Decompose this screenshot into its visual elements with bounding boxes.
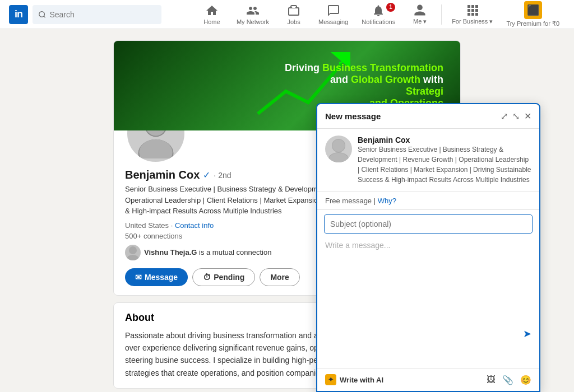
- forbusiness-label: For Business ▾: [452, 18, 493, 25]
- degree-badge: · 2nd: [214, 171, 231, 180]
- notifications-icon: [372, 4, 385, 17]
- pending-button[interactable]: ⏱ Pending: [192, 268, 255, 286]
- nav-items: Home My Network Jobs Messaging 1 Notific…: [195, 0, 565, 30]
- minimize-icon[interactable]: ⤢: [501, 111, 508, 122]
- svg-point-25: [332, 139, 345, 152]
- nav-item-network[interactable]: My Network: [231, 2, 275, 27]
- nav-item-me[interactable]: Me ▾: [403, 1, 437, 27]
- msg-recipient: Benjamin Cox Senior Business Executive |…: [317, 129, 539, 192]
- msg-body[interactable]: Write a message...: [317, 234, 539, 368]
- write-ai-label: Write with AI: [340, 376, 383, 384]
- nav-item-home[interactable]: Home: [195, 2, 229, 27]
- nav-item-notifications[interactable]: 1 Notifications: [356, 2, 401, 27]
- jobs-label: Jobs: [287, 18, 300, 25]
- send-button[interactable]: ➤: [523, 328, 531, 340]
- svg-point-0: [39, 11, 45, 17]
- search-bar[interactable]: [33, 5, 161, 24]
- svg-rect-4: [475, 5, 478, 8]
- write-with-ai-button[interactable]: ✦ Write with AI: [325, 374, 383, 385]
- ai-icon: ✦: [325, 374, 336, 385]
- premium-icon: ⬛: [524, 1, 542, 19]
- svg-rect-10: [475, 13, 478, 16]
- svg-rect-5: [467, 9, 470, 12]
- svg-line-1: [44, 16, 45, 17]
- msg-footer-icons: 🖼 📎 😊: [487, 375, 531, 385]
- messaging-label: Messaging: [318, 18, 348, 25]
- send-icon: ✉: [135, 273, 142, 282]
- svg-rect-2: [467, 5, 470, 8]
- verified-icon: ✓: [203, 170, 210, 180]
- messaging-icon: [327, 4, 340, 17]
- notification-badge: 1: [386, 3, 395, 12]
- msg-footer: ✦ Write with AI 🖼 📎 😊: [317, 368, 539, 391]
- me-icon: [413, 3, 427, 17]
- contact-info-link[interactable]: Contact info: [175, 221, 214, 230]
- svg-point-21: [129, 246, 137, 254]
- jobs-icon: [287, 4, 300, 17]
- svg-point-16: [139, 139, 172, 158]
- search-input[interactable]: [49, 10, 156, 19]
- search-icon: [38, 10, 46, 19]
- msg-header-icons: ⤢ ⤡ ✕: [501, 111, 531, 122]
- msg-free-label: Free message | Why?: [317, 192, 539, 210]
- clock-icon: ⏱: [203, 273, 211, 282]
- linkedin-logo[interactable]: in: [9, 5, 28, 24]
- svg-rect-9: [471, 13, 474, 16]
- emoji-icon[interactable]: 😊: [520, 375, 531, 385]
- more-button[interactable]: More: [260, 268, 299, 286]
- why-link[interactable]: Why?: [378, 197, 396, 205]
- svg-rect-3: [471, 5, 474, 8]
- msg-recipient-info: Benjamin Cox Senior Business Executive |…: [358, 136, 531, 185]
- svg-rect-8: [467, 13, 470, 16]
- network-label: My Network: [237, 18, 269, 25]
- profile-name: Benjamin Cox: [125, 169, 200, 181]
- home-icon: [205, 4, 219, 17]
- mutual-text: Vishnu Theja.G is a mutual connection: [144, 248, 271, 256]
- msg-subject-wrap: [324, 214, 533, 234]
- image-icon[interactable]: 🖼: [487, 375, 496, 385]
- me-label: Me ▾: [413, 18, 427, 25]
- network-icon: [246, 4, 260, 17]
- msg-header: New message ⤢ ⤡ ✕: [317, 104, 539, 129]
- msg-recipient-headline: Senior Business Executive | Business Str…: [358, 144, 531, 185]
- msg-title: New message: [325, 111, 381, 121]
- notifications-label: Notifications: [362, 18, 395, 25]
- expand-icon[interactable]: ⤡: [512, 111, 520, 122]
- nav-item-forbusiness[interactable]: For Business ▾: [446, 1, 498, 27]
- banner-text: Driving Business Transformation and Glob…: [285, 62, 443, 109]
- svg-point-22: [127, 255, 139, 260]
- navbar: in Home My Network Jobs Messaging 1 Noti: [0, 0, 574, 29]
- close-icon[interactable]: ✕: [524, 111, 531, 122]
- msg-subject-input[interactable]: [325, 215, 532, 233]
- svg-rect-7: [475, 9, 478, 12]
- nav-item-messaging[interactable]: Messaging: [313, 2, 354, 27]
- nav-item-premium[interactable]: ⬛ Try Premium for ₹0: [501, 0, 565, 30]
- mutual-avatar: [125, 245, 141, 260]
- msg-recipient-avatar: [325, 136, 352, 162]
- attachment-icon[interactable]: 📎: [502, 375, 513, 385]
- nav-divider: [441, 4, 442, 25]
- svg-rect-6: [471, 9, 474, 12]
- message-button[interactable]: ✉ Message: [125, 268, 188, 286]
- msg-body-placeholder: Write a message...: [325, 241, 390, 250]
- msg-recipient-name: Benjamin Cox: [358, 136, 531, 144]
- home-label: Home: [203, 18, 220, 25]
- grid-icon: [466, 3, 479, 17]
- premium-label: Try Premium for ₹0: [506, 20, 559, 27]
- messaging-overlay: New message ⤢ ⤡ ✕ Benjamin Cox Senior Bu…: [316, 103, 540, 392]
- nav-item-jobs[interactable]: Jobs: [277, 2, 311, 27]
